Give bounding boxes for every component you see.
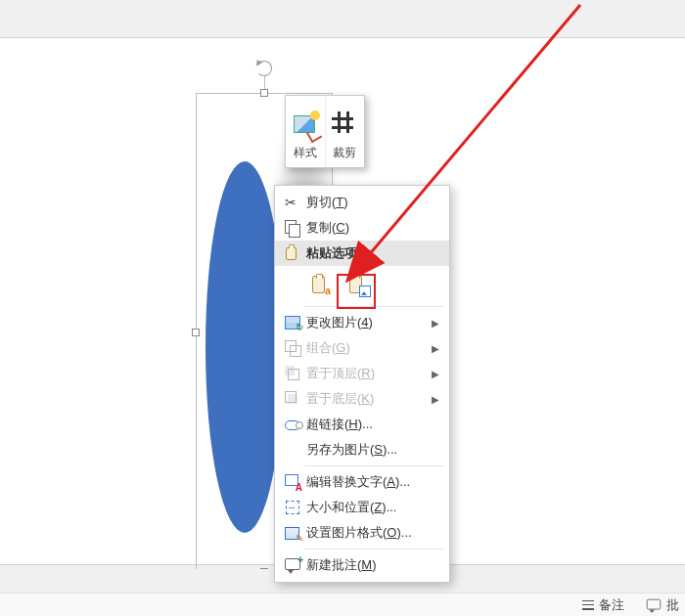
picture-mini-toolbar: 样式 裁剪	[285, 95, 365, 168]
menu-item-label: 组合(G)	[306, 339, 432, 357]
menu-item-size-and-position[interactable]: 大小和位置(Z)...	[275, 495, 449, 520]
group-icon	[285, 340, 300, 356]
format-picture-icon	[285, 525, 300, 541]
menu-item-save-as-picture[interactable]: 另存为图片(S)...	[275, 437, 449, 462]
status-notes-label: 备注	[599, 596, 624, 614]
mini-crop-label: 裁剪	[333, 145, 356, 161]
submenu-arrow-icon: ▶	[432, 343, 439, 354]
menu-item-edit-alt-text[interactable]: 编辑替换文字(A)...	[275, 469, 449, 495]
app-top-strip	[0, 0, 685, 37]
notes-icon	[582, 600, 594, 610]
clipboard-icon	[285, 244, 300, 262]
send-to-back-icon	[285, 391, 300, 407]
annotation-highlight-box	[337, 274, 376, 309]
menu-separator	[304, 549, 443, 550]
menu-item-label: 设置图片格式(O)...	[306, 524, 439, 542]
menu-item-cut[interactable]: 剪切(T)	[275, 190, 449, 215]
context-menu: 剪切(T) 复制(C) 粘贴选项: a 更改图片(4) ▶ 组合(G) ▶	[274, 185, 450, 583]
submenu-arrow-icon: ▶	[432, 369, 439, 379]
status-comments-button[interactable]: 批	[646, 596, 679, 614]
menu-item-copy[interactable]: 复制(C)	[275, 215, 449, 241]
status-notes-button[interactable]: 备注	[582, 596, 624, 614]
status-comments-label: 批	[666, 596, 679, 614]
resize-handle-left[interactable]	[192, 329, 200, 336]
menu-item-label: 置于顶层(R)	[306, 365, 432, 382]
menu-item-label: 编辑替换文字(A)...	[306, 473, 439, 491]
mini-style-button[interactable]: 样式	[286, 96, 325, 167]
submenu-arrow-icon: ▶	[432, 318, 439, 329]
paste-keep-source-formatting-button[interactable]: a	[306, 270, 336, 299]
menu-item-label: 新建批注(M)	[306, 556, 439, 574]
rotate-handle-icon[interactable]	[256, 61, 272, 76]
picture-style-icon	[293, 111, 318, 141]
size-position-icon	[285, 500, 300, 515]
menu-item-new-comment[interactable]: + 新建批注(M)	[275, 552, 449, 578]
menu-item-label: 大小和位置(Z)...	[306, 499, 439, 516]
menu-item-label: 更改图片(4)	[306, 314, 432, 331]
menu-item-label: 超链接(H)...	[306, 416, 439, 433]
new-comment-icon: +	[285, 557, 300, 573]
menu-item-hyperlink[interactable]: 超链接(H)...	[275, 412, 449, 437]
menu-item-format-picture[interactable]: 设置图片格式(O)...	[275, 520, 449, 546]
status-bar: 备注 批	[0, 593, 685, 616]
change-picture-icon	[285, 316, 300, 330]
menu-item-label: 另存为图片(S)...	[306, 441, 439, 459]
menu-item-send-to-back: 置于底层(K) ▶	[275, 386, 449, 412]
menu-item-change-picture[interactable]: 更改图片(4) ▶	[275, 310, 449, 335]
mini-style-label: 样式	[294, 145, 317, 161]
paste-keep-format-icon: a	[312, 274, 330, 295]
menu-item-label: 粘贴选项:	[306, 244, 439, 262]
crop-icon	[332, 111, 357, 141]
menu-item-label: 置于底层(K)	[306, 390, 432, 408]
bring-to-front-icon	[285, 366, 300, 381]
mini-crop-button[interactable]: 裁剪	[325, 96, 365, 167]
rotate-stem	[264, 76, 265, 89]
menu-item-label: 剪切(T)	[306, 194, 439, 211]
menu-item-group: 组合(G) ▶	[275, 335, 449, 361]
copy-icon	[285, 220, 300, 236]
menu-item-label: 复制(C)	[306, 219, 439, 237]
menu-item-bring-to-front: 置于顶层(R) ▶	[275, 361, 449, 386]
hyperlink-icon	[285, 417, 300, 432]
comment-icon	[647, 597, 661, 611]
submenu-arrow-icon: ▶	[432, 394, 439, 405]
resize-handle-top[interactable]	[260, 89, 268, 97]
alt-text-icon	[285, 474, 300, 490]
menu-separator	[304, 465, 443, 466]
scissors-icon	[285, 195, 300, 210]
menu-item-paste-options-header: 粘贴选项:	[275, 241, 449, 266]
